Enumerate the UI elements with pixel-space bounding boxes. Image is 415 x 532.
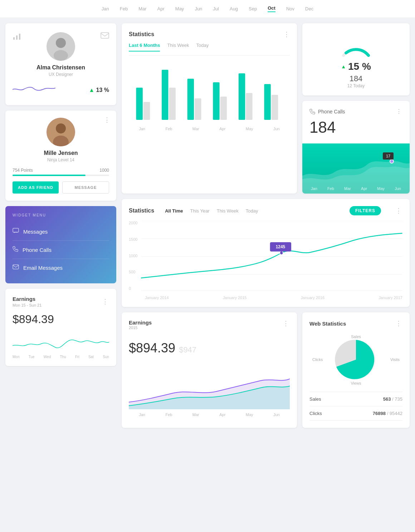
bottom-row: Earnings 2015 ⋮ $894.39 $947 (122, 312, 410, 428)
profile2-menu-dots[interactable]: ⋮ (104, 116, 111, 124)
y-2000: 2000 (129, 221, 137, 225)
widget-menu-messages-label: Messages (23, 229, 48, 235)
earnings-x-fri: Fri (75, 355, 79, 359)
avatar-2 (47, 118, 75, 146)
month-mar[interactable]: Mar (138, 6, 146, 11)
earnings-left-card: Earnings Mon 15 - Sun 21 ⋮ $894.39 Mon T… (5, 289, 116, 366)
month-jun[interactable]: Jun (195, 6, 202, 11)
earnings-menu-dots[interactable]: ⋮ (102, 298, 109, 306)
earnings-bottom-menu[interactable]: ⋮ (283, 319, 290, 330)
svg-text:17: 17 (386, 154, 390, 158)
eb-mar: Mar (192, 413, 199, 417)
month-apr[interactable]: Apr (157, 6, 165, 11)
month-oct[interactable]: Oct (268, 5, 275, 12)
stat-divider-sales: / 735 (392, 396, 402, 402)
main-stats-tabs: All Time This Year This Week Today (165, 208, 258, 214)
trend-sparkline-1 (13, 82, 83, 98)
chart-svg-container: 1245 (141, 221, 402, 294)
profile2-inner: Mille Jensen Ninja Level 14 754 Points 1… (13, 118, 109, 194)
stat-name-clicks: Clicks (309, 411, 322, 416)
earnings-x-tue: Tue (29, 355, 35, 359)
tab-today[interactable]: Today (196, 43, 209, 52)
avatar-1 (47, 32, 75, 61)
svg-rect-16 (187, 79, 194, 120)
circ-label: 12 Today (347, 83, 365, 88)
x-axis-labels: January 2014 January 2015 January 2016 J… (129, 296, 402, 300)
email-icon-menu (13, 264, 19, 271)
pie-chart-container: Sales Clicks Visits Views (309, 331, 402, 388)
profile-role-2: Ninja Level 14 (47, 157, 74, 162)
web-stats-menu[interactable]: ⋮ (395, 319, 402, 327)
trend-up-icon: ▲ (89, 87, 94, 93)
svg-rect-13 (143, 102, 150, 120)
eb-apr: Apr (219, 413, 225, 417)
phone-card-title: Phone Calls (309, 109, 345, 114)
y-1500: 1500 (129, 237, 137, 241)
svg-rect-17 (195, 98, 201, 120)
pie-label-views: Views (351, 381, 361, 385)
svg-rect-22 (264, 84, 270, 120)
svg-rect-3 (101, 33, 109, 38)
earnings-title: Earnings (13, 296, 42, 302)
earnings-bottom-chart: Jan Feb Mar Apr May Jun (129, 363, 290, 417)
svg-point-32 (280, 251, 283, 255)
percent-row: ▲ 15 % (341, 61, 371, 72)
stats-top-header: Statistics ⋮ (129, 30, 290, 38)
message-button[interactable]: MESSAGE (62, 181, 109, 194)
eb-may: May (246, 413, 253, 417)
progress-bar-bg (13, 175, 109, 176)
tab-all-time[interactable]: All Time (165, 208, 183, 214)
month-may[interactable]: May (175, 6, 184, 11)
profile-name-1: Alma Christensen (36, 64, 85, 71)
widget-menu-phone[interactable]: Phone Calls (13, 241, 109, 259)
tab-this-week[interactable]: This Week (217, 208, 239, 214)
svg-rect-20 (239, 73, 245, 120)
month-jan[interactable]: Jan (102, 6, 109, 11)
svg-rect-2 (19, 34, 20, 40)
btn-row: ADD AS FRIEND MESSAGE (13, 181, 109, 194)
widget-menu-email[interactable]: Email Messages (13, 259, 109, 276)
widget-menu-phone-label: Phone Calls (23, 247, 52, 253)
month-jul[interactable]: Jul (213, 6, 219, 11)
svg-point-6 (54, 50, 68, 61)
tab-this-week[interactable]: This Week (167, 43, 189, 52)
phone-wave-area: 17 Jan Feb Mar Apr May Jun (302, 143, 410, 194)
eb-jan: Jan (139, 413, 145, 417)
filters-button[interactable]: FILTERS (350, 206, 381, 215)
bar-label-may: May (246, 127, 253, 131)
month-dec[interactable]: Dec (305, 6, 313, 11)
earnings-date: Mon 15 - Sun 21 (13, 303, 42, 307)
month-sep[interactable]: Sep (249, 6, 257, 11)
month-aug[interactable]: Aug (230, 6, 238, 11)
earnings-big-amount: $894.39 (129, 341, 175, 356)
add-friend-button[interactable]: ADD AS FRIEND (13, 181, 59, 194)
tab-this-year[interactable]: This Year (190, 208, 209, 214)
web-stats-title: Web Statistics (309, 321, 346, 327)
phone-label-mar: Mar (344, 186, 351, 191)
main-stats-menu[interactable]: ⋮ (395, 207, 402, 215)
web-stat-clicks: Clicks 76898 / 95442 (309, 406, 402, 421)
month-feb[interactable]: Feb (120, 6, 128, 11)
svg-rect-15 (169, 88, 176, 120)
stat-divider-clicks: / 95442 (387, 411, 402, 416)
svg-rect-11 (13, 265, 19, 269)
main-stats-header: Statistics All Time This Year This Week … (129, 206, 402, 215)
right-mini-column: ▲ 15 % 184 12 Today P (302, 23, 410, 194)
tab-last-6-months[interactable]: Last 6 Months (129, 43, 160, 52)
stat-value-sales: 563 / 735 (383, 396, 402, 402)
x-jan2016: January 2016 (301, 296, 325, 300)
bar-chart-container: Jan Feb Mar Apr May Jun (129, 59, 290, 131)
stats-top-menu[interactable]: ⋮ (283, 30, 290, 38)
points-max: 1000 (99, 168, 109, 173)
month-nov[interactable]: Nov (286, 6, 294, 11)
earnings-x-mon: Mon (13, 355, 19, 359)
tab-today[interactable]: Today (246, 208, 258, 214)
earnings-x-labels: Mon Tue Wed Thu Fri Sat Sun (13, 355, 109, 359)
email-icon[interactable] (101, 32, 109, 40)
earnings-bottom-x-labels: Jan Feb Mar Apr May Jun (129, 413, 290, 417)
widget-menu-messages[interactable]: Messages (13, 223, 109, 241)
svg-point-24 (390, 160, 394, 163)
circular-percent-card: ▲ 15 % 184 12 Today (302, 23, 410, 96)
messages-icon (13, 228, 19, 235)
phone-card-menu[interactable]: ⋮ (396, 108, 402, 115)
